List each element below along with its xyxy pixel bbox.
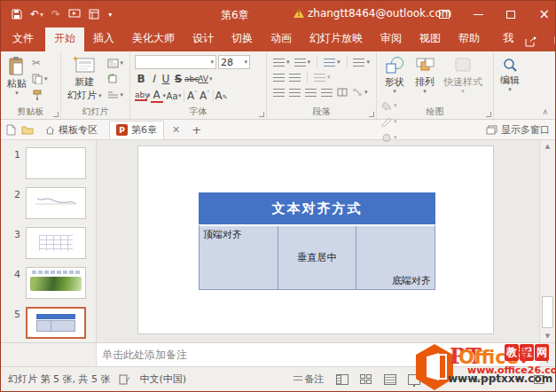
tab-animations[interactable]: 动画 — [262, 27, 301, 51]
thumbnail-1-preview[interactable] — [26, 147, 86, 179]
zoom-slider[interactable] — [451, 379, 503, 380]
font-size-combo[interactable]: 28 ▾ — [218, 55, 250, 69]
slide-canvas[interactable]: 文本对齐方式 顶端对齐 垂直居中 底端对齐 — [137, 145, 494, 334]
vertical-scrollbar[interactable]: ▲ ▼ — [539, 140, 555, 342]
close-button[interactable]: × — [538, 6, 550, 22]
notes-toggle-button[interactable]: 备注 — [294, 372, 325, 386]
line-spacing-icon[interactable]: ▾ — [324, 56, 341, 68]
tab-beautify[interactable]: 美化大师 — [123, 27, 184, 51]
clipboard-dialog-launcher[interactable] — [53, 112, 59, 117]
thumbnail-5-preview[interactable] — [26, 307, 86, 339]
align-left-icon[interactable] — [273, 86, 285, 98]
tab-insert[interactable]: 插入 — [84, 27, 123, 51]
open-folder-icon[interactable] — [21, 125, 34, 135]
zoom-in-icon[interactable]: + — [514, 373, 522, 385]
paste-button[interactable]: 粘贴 ▾ — [4, 54, 30, 98]
tab-close-icon[interactable]: ✕ — [169, 124, 183, 136]
tab-design[interactable]: 设计 — [184, 27, 223, 51]
align-center-icon[interactable] — [289, 86, 301, 98]
tab-review[interactable]: 审阅 — [372, 27, 411, 51]
new-slide-button[interactable]: 新建 幻灯片 ▾ — [64, 54, 106, 104]
shrink-font-button[interactable]: A˅ — [199, 90, 211, 102]
decrease-indent-icon[interactable] — [273, 71, 285, 83]
reading-view-icon[interactable] — [384, 374, 396, 385]
table-cell-middle-align[interactable]: 垂直居中 — [278, 226, 356, 289]
tab-help[interactable]: 帮助 — [450, 27, 489, 51]
alignment-table[interactable]: 文本对齐方式 顶端对齐 垂直居中 底端对齐 — [199, 192, 435, 290]
align-right-icon[interactable] — [305, 86, 317, 98]
slide-sorter-view-icon[interactable] — [360, 374, 372, 385]
qat-customize-icon[interactable]: ▾ — [108, 11, 112, 19]
next-slide-icon[interactable]: ∨∨ — [545, 356, 549, 363]
bold-button[interactable]: B — [135, 73, 147, 85]
tab-view[interactable]: 视图 — [411, 27, 450, 51]
tab-document[interactable]: P 第6章 — [109, 121, 164, 139]
tab-slideshow[interactable]: 幻灯片放映 — [301, 27, 372, 51]
reset-slide-icon[interactable] — [107, 73, 124, 85]
strikethrough-button[interactable]: abc — [184, 74, 197, 83]
tab-home[interactable]: 开始 — [45, 27, 84, 51]
columns-icon[interactable] — [337, 86, 348, 98]
thumbnail-3[interactable]: 3 — [1, 227, 96, 259]
show-windows-button[interactable]: 显示多窗口 — [486, 123, 550, 137]
tab-transitions[interactable]: 切换 — [223, 27, 262, 51]
language-indicator[interactable]: 中文(中国) — [139, 372, 186, 386]
tab-add-icon[interactable]: + — [188, 123, 205, 137]
table-cell-top-align[interactable]: 顶端对齐 — [200, 226, 278, 289]
share-icon[interactable] — [525, 35, 538, 47]
font-color-button[interactable]: A — [151, 89, 163, 103]
shapes-button[interactable]: 形状 ▾ — [380, 54, 410, 96]
underline-button[interactable]: U — [160, 73, 172, 85]
ribbon-display-options-icon[interactable] — [439, 10, 450, 19]
char-spacing-button[interactable]: AV — [197, 74, 209, 83]
thumbnail-2[interactable]: 2 — [1, 187, 96, 219]
slideshow-view-icon[interactable] — [408, 374, 420, 385]
redo-icon[interactable]: ↷ — [51, 8, 60, 20]
account-info[interactable]: zhangtt8464@outlook.com — [294, 7, 452, 20]
section-icon[interactable]: ▾ — [107, 89, 124, 101]
maximize-button[interactable] — [506, 11, 515, 19]
undo-icon[interactable]: ↶▾ — [30, 8, 43, 20]
editing-button[interactable]: 编辑 ▾ — [497, 54, 523, 94]
numbering-icon[interactable]: ▾ — [294, 56, 311, 68]
cut-icon[interactable]: ✂ — [32, 57, 48, 69]
font-name-combo[interactable]: ▾ — [135, 55, 216, 69]
justify-icon[interactable] — [321, 86, 333, 98]
font-dialog-launcher[interactable] — [259, 112, 264, 117]
minimize-button[interactable]: — — [473, 8, 483, 20]
tab-template-zone[interactable]: 模板专区 — [39, 121, 104, 139]
clear-formatting-button[interactable]: A✎ — [215, 90, 228, 102]
bullets-icon[interactable]: ▾ — [273, 56, 290, 68]
align-text-icon[interactable]: ▾ — [314, 71, 331, 83]
collapse-ribbon-icon[interactable]: ∧ — [542, 107, 548, 116]
notes-pane[interactable]: 单击此处添加备注 — [97, 343, 539, 366]
thumbnail-5-selected[interactable]: 5 — [1, 307, 96, 339]
scroll-down-icon[interactable]: ▼ — [540, 333, 555, 340]
copy-icon[interactable]: ▾ — [32, 73, 48, 85]
thumbnail-4[interactable]: 4 — [1, 267, 96, 299]
increase-indent-icon[interactable] — [289, 71, 301, 83]
smartart-convert-icon[interactable]: ▾ — [352, 86, 368, 98]
table-title-cell[interactable]: 文本对齐方式 — [199, 192, 435, 224]
scrollbar-thumb[interactable] — [542, 296, 553, 328]
thumbnail-3-preview[interactable] — [26, 227, 86, 259]
save-icon[interactable] — [12, 9, 22, 20]
normal-view-icon[interactable] — [336, 374, 348, 385]
change-case-button[interactable]: Aa — [166, 91, 178, 101]
format-painter-icon[interactable] — [32, 89, 48, 101]
pinyin-button[interactable]: aby — [135, 90, 147, 101]
char-spacing-caret[interactable]: ▾ — [209, 76, 213, 82]
new-document-icon[interactable] — [6, 124, 16, 136]
grow-font-button[interactable]: A˄ — [186, 90, 199, 102]
quick-styles-button[interactable]: 快速样式 ▾ — [440, 54, 486, 96]
paragraph-dialog-launcher[interactable] — [369, 112, 374, 117]
arrange-button[interactable]: 排列 ▾ — [410, 54, 440, 96]
scroll-up-icon[interactable]: ▲ — [540, 143, 555, 150]
grid-text-icon[interactable] — [89, 9, 99, 20]
zoom-out-icon[interactable]: − — [432, 373, 440, 385]
thumbnail-1[interactable]: 1 — [1, 147, 96, 179]
spellcheck-icon[interactable] — [119, 374, 130, 385]
text-shadow-button[interactable]: S — [172, 73, 184, 85]
start-slideshow-icon[interactable] — [68, 9, 81, 20]
italic-button[interactable]: I — [147, 73, 160, 85]
